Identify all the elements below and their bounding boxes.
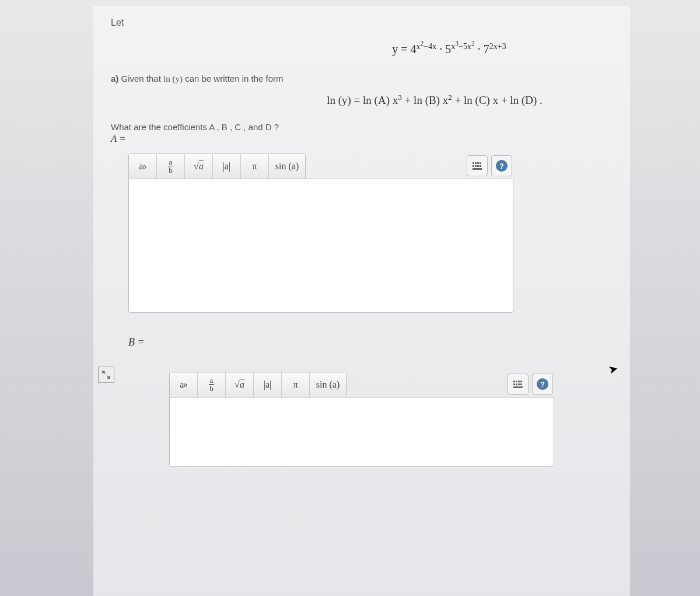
coeff-a-label: A = — [111, 133, 612, 145]
expand-icon — [102, 370, 111, 379]
toolbar-sin-button[interactable]: sin (a) — [269, 154, 305, 179]
ln-equation: ln (y) = ln (A) x3 + ln (B) x2 + ln (C) … — [111, 93, 612, 107]
toolbar-power-button[interactable]: ab — [170, 372, 198, 397]
help-button[interactable]: ? — [491, 155, 512, 176]
part-a-text1: Given that — [118, 74, 163, 83]
keyboard-button[interactable] — [467, 155, 488, 176]
part-a-prefix: a) — [111, 74, 118, 83]
help-icon: ? — [537, 378, 548, 390]
toolbar-fraction-button[interactable]: ab — [198, 372, 226, 397]
math-toolbar-b: ab ab √a |a| π sin (a) — [169, 372, 346, 397]
keyboard-icon — [473, 162, 482, 170]
toolbar-sqrt-button[interactable]: √a — [226, 372, 254, 397]
toolbar-abs-button[interactable]: |a| — [213, 154, 241, 179]
part-a-line: a) Given that ln (y) can be written in t… — [111, 74, 612, 84]
toolbar-fraction-button[interactable]: ab — [157, 154, 185, 179]
main-equation: y = 4x2−4x · 5x3−5x2 · 72x+3 — [111, 40, 612, 56]
keyboard-icon — [513, 381, 523, 388]
toolbar-sqrt-button[interactable]: √a — [185, 154, 213, 179]
input-group-b: ab ab √a |a| π sin (a) ? — [169, 372, 612, 467]
part-a-math: ln (y) — [163, 74, 183, 83]
toolbar-sin-button[interactable]: sin (a) — [310, 372, 346, 397]
help-button[interactable]: ? — [532, 374, 553, 395]
input-group-a: ab ab √a |a| π sin (a) ? — [128, 154, 612, 313]
help-icon: ? — [496, 160, 508, 172]
keyboard-button[interactable] — [508, 374, 528, 395]
toolbar-abs-button[interactable]: |a| — [254, 372, 282, 397]
math-input-a[interactable] — [128, 179, 513, 313]
part-a-text2: can be written in the form — [183, 74, 284, 83]
toolbar-power-button[interactable]: ab — [129, 154, 157, 179]
coeff-b-label: B = — [128, 336, 145, 348]
toolbar-pi-button[interactable]: π — [282, 372, 310, 397]
question-text: What are the coefficients A , B , C , an… — [111, 122, 612, 132]
let-label: Let — [111, 18, 612, 28]
fullscreen-button[interactable] — [98, 367, 114, 383]
math-input-b[interactable] — [169, 397, 554, 467]
math-toolbar-a: ab ab √a |a| π sin (a) — [128, 154, 306, 179]
toolbar-pi-button[interactable]: π — [241, 154, 269, 179]
